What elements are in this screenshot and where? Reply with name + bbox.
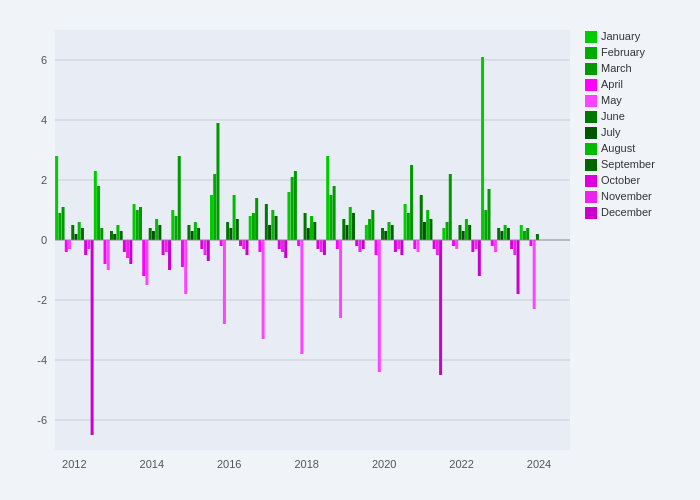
svg-rect-37 xyxy=(100,228,103,240)
svg-rect-143 xyxy=(442,228,445,240)
svg-rect-78 xyxy=(233,195,236,240)
svg-rect-95 xyxy=(287,192,290,240)
svg-rect-94 xyxy=(284,240,287,258)
svg-rect-31 xyxy=(81,228,84,240)
svg-rect-128 xyxy=(394,240,397,252)
svg-rect-156 xyxy=(484,210,487,240)
svg-rect-85 xyxy=(255,198,258,240)
svg-rect-91 xyxy=(275,216,278,240)
svg-rect-138 xyxy=(426,210,429,240)
svg-text:February: February xyxy=(601,46,646,58)
svg-rect-81 xyxy=(242,240,245,249)
svg-rect-99 xyxy=(300,240,303,354)
svg-rect-96 xyxy=(291,177,294,240)
svg-rect-111 xyxy=(339,240,342,318)
svg-rect-139 xyxy=(429,219,432,240)
svg-text:2: 2 xyxy=(41,174,47,186)
svg-rect-170 xyxy=(529,240,532,246)
svg-rect-126 xyxy=(387,222,390,240)
svg-rect-140 xyxy=(433,240,436,249)
svg-rect-104 xyxy=(316,240,319,249)
svg-text:November: November xyxy=(601,190,652,202)
svg-text:May: May xyxy=(601,94,622,106)
svg-text:6: 6 xyxy=(41,54,47,66)
svg-rect-90 xyxy=(271,210,274,240)
svg-rect-133 xyxy=(410,165,413,240)
svg-rect-165 xyxy=(513,240,516,255)
svg-rect-155 xyxy=(481,57,484,240)
svg-rect-107 xyxy=(326,156,329,240)
svg-rect-118 xyxy=(362,240,365,249)
svg-rect-135 xyxy=(417,240,420,252)
svg-text:2012: 2012 xyxy=(62,458,86,470)
svg-rect-178 xyxy=(585,63,597,75)
svg-rect-89 xyxy=(268,225,271,240)
svg-rect-146 xyxy=(452,240,455,246)
svg-rect-127 xyxy=(391,225,394,240)
svg-rect-40 xyxy=(110,231,113,240)
svg-text:August: August xyxy=(601,142,635,154)
svg-rect-162 xyxy=(504,225,507,240)
svg-rect-152 xyxy=(471,240,474,252)
svg-rect-71 xyxy=(210,195,213,240)
svg-rect-149 xyxy=(462,231,465,240)
svg-rect-130 xyxy=(400,240,403,255)
svg-rect-132 xyxy=(407,213,410,240)
svg-rect-41 xyxy=(113,234,116,240)
svg-rect-65 xyxy=(191,231,194,240)
svg-rect-42 xyxy=(116,225,119,240)
svg-text:September: September xyxy=(601,158,655,170)
svg-rect-93 xyxy=(281,240,284,252)
svg-text:2014: 2014 xyxy=(140,458,164,470)
bar-chart: -6-4-202462012201420162018202020222024Ja… xyxy=(0,0,700,500)
svg-rect-72 xyxy=(213,174,216,240)
svg-rect-154 xyxy=(478,240,481,276)
svg-rect-57 xyxy=(165,240,168,252)
svg-text:-4: -4 xyxy=(37,354,47,366)
svg-rect-119 xyxy=(365,225,368,240)
svg-rect-117 xyxy=(358,240,361,252)
svg-rect-33 xyxy=(87,240,90,249)
svg-rect-34 xyxy=(91,240,94,435)
svg-rect-112 xyxy=(342,219,345,240)
svg-rect-77 xyxy=(229,228,232,240)
svg-rect-113 xyxy=(346,225,349,240)
svg-rect-54 xyxy=(155,219,158,240)
svg-rect-60 xyxy=(175,216,178,240)
svg-rect-150 xyxy=(465,219,468,240)
svg-rect-82 xyxy=(245,240,248,255)
svg-rect-76 xyxy=(226,222,229,240)
svg-rect-29 xyxy=(74,234,77,240)
svg-rect-100 xyxy=(304,213,307,240)
svg-rect-166 xyxy=(517,240,520,294)
svg-rect-122 xyxy=(375,240,378,255)
svg-rect-164 xyxy=(510,240,513,249)
svg-rect-171 xyxy=(533,240,536,309)
svg-rect-45 xyxy=(126,240,129,258)
svg-rect-105 xyxy=(320,240,323,252)
svg-text:April: April xyxy=(601,78,623,90)
svg-rect-103 xyxy=(313,222,316,240)
svg-rect-46 xyxy=(129,240,132,264)
svg-text:December: December xyxy=(601,206,652,218)
svg-text:2024: 2024 xyxy=(527,458,551,470)
svg-rect-192 xyxy=(585,175,597,187)
svg-rect-63 xyxy=(184,240,187,294)
svg-rect-47 xyxy=(133,204,136,240)
svg-rect-68 xyxy=(200,240,203,249)
svg-text:-6: -6 xyxy=(37,414,47,426)
svg-rect-69 xyxy=(204,240,207,255)
svg-rect-158 xyxy=(491,240,494,246)
svg-rect-35 xyxy=(94,171,97,240)
svg-text:0: 0 xyxy=(41,234,47,246)
svg-rect-182 xyxy=(585,95,597,107)
svg-rect-142 xyxy=(439,240,442,375)
svg-rect-168 xyxy=(523,231,526,240)
svg-rect-75 xyxy=(223,240,226,324)
svg-rect-131 xyxy=(404,204,407,240)
svg-text:March: March xyxy=(601,62,632,74)
svg-rect-28 xyxy=(71,225,74,240)
svg-rect-114 xyxy=(349,207,352,240)
svg-rect-176 xyxy=(585,47,597,59)
svg-rect-110 xyxy=(336,240,339,249)
